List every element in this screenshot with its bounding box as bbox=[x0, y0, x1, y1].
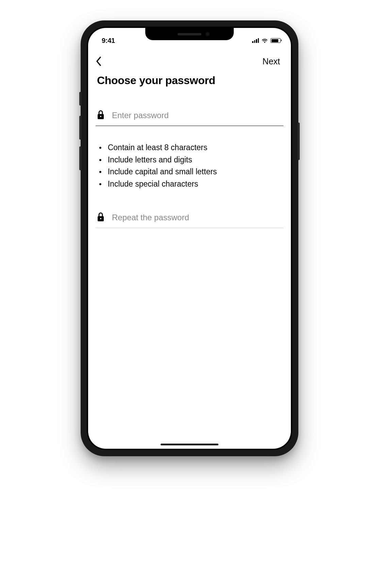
side-button bbox=[79, 116, 81, 140]
requirement-text: Include letters and digits bbox=[108, 154, 192, 166]
svg-point-1 bbox=[100, 116, 101, 117]
requirement-item: Include letters and digits bbox=[99, 154, 283, 166]
requirement-text: Include capital and small letters bbox=[108, 166, 217, 178]
battery-icon bbox=[270, 38, 281, 43]
requirements-list: Contain at least 8 characters Include le… bbox=[99, 142, 283, 190]
chevron-left-icon bbox=[96, 56, 102, 66]
requirement-item: Contain at least 8 characters bbox=[99, 142, 283, 154]
side-button bbox=[79, 146, 81, 170]
content-area: Next Choose your password bbox=[88, 47, 291, 228]
next-button[interactable]: Next bbox=[263, 57, 281, 66]
side-button bbox=[79, 92, 81, 106]
front-camera bbox=[205, 32, 210, 36]
requirement-item: Include capital and small letters bbox=[99, 166, 283, 178]
page-title: Choose your password bbox=[97, 74, 282, 87]
svg-point-3 bbox=[100, 218, 101, 219]
requirement-text: Include special characters bbox=[108, 178, 198, 190]
back-button[interactable] bbox=[96, 55, 108, 67]
signal-icon bbox=[252, 38, 259, 43]
nav-bar: Next bbox=[96, 47, 283, 71]
side-button bbox=[298, 123, 300, 160]
requirement-text: Contain at least 8 characters bbox=[108, 142, 208, 154]
device-inner: 9:41 bbox=[87, 27, 292, 450]
speaker bbox=[178, 33, 201, 35]
screen: 9:41 bbox=[88, 28, 291, 449]
repeat-password-input[interactable] bbox=[112, 213, 282, 222]
requirement-item: Include special characters bbox=[99, 178, 283, 190]
status-time: 9:41 bbox=[102, 37, 115, 45]
home-indicator[interactable] bbox=[161, 444, 218, 445]
device-frame: 9:41 bbox=[81, 20, 298, 456]
password-input[interactable] bbox=[112, 111, 282, 120]
repeat-password-field-row bbox=[96, 209, 283, 228]
notch bbox=[145, 28, 234, 40]
password-field-row bbox=[96, 107, 283, 126]
wifi-icon bbox=[261, 38, 268, 43]
status-icons bbox=[252, 38, 281, 43]
lock-icon bbox=[97, 212, 104, 223]
lock-icon bbox=[97, 110, 104, 121]
